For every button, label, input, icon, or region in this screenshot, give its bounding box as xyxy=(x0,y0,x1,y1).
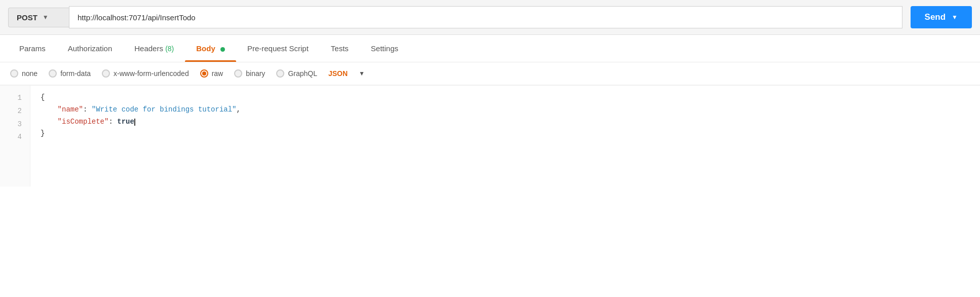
line-num-1: 1 xyxy=(0,92,30,105)
tab-params[interactable]: Params xyxy=(8,35,57,62)
code-line-1: { xyxy=(41,92,970,104)
line-num-3: 3 xyxy=(0,118,30,131)
headers-badge: (8) xyxy=(165,45,174,53)
radio-binary xyxy=(234,69,242,78)
body-type-graphql[interactable]: GraphQL xyxy=(276,69,317,78)
url-bar: POST ▼ Send ▼ xyxy=(0,0,980,35)
method-label: POST xyxy=(17,13,37,22)
url-input[interactable] xyxy=(69,6,902,28)
body-type-form-data[interactable]: form-data xyxy=(49,69,91,78)
tab-body[interactable]: Body xyxy=(185,35,236,62)
body-type-urlencoded[interactable]: x-www-form-urlencoded xyxy=(102,69,189,78)
tab-tests[interactable]: Tests xyxy=(320,35,360,62)
body-type-none[interactable]: none xyxy=(10,69,37,78)
body-type-raw[interactable]: raw xyxy=(200,69,223,78)
body-active-dot xyxy=(220,47,225,52)
code-line-4: } xyxy=(41,128,970,140)
method-chevron: ▼ xyxy=(43,14,49,21)
tab-headers[interactable]: Headers (8) xyxy=(123,35,185,62)
json-format-label[interactable]: JSON xyxy=(328,69,348,78)
send-chevron: ▼ xyxy=(952,14,958,21)
code-line-3: "isComplete": true xyxy=(41,116,970,128)
body-type-binary[interactable]: binary xyxy=(234,69,265,78)
tab-settings[interactable]: Settings xyxy=(360,35,409,62)
send-button[interactable]: Send ▼ xyxy=(911,6,972,28)
json-format-chevron[interactable]: ▼ xyxy=(359,70,365,77)
line-num-2: 2 xyxy=(0,105,30,118)
radio-none xyxy=(10,69,18,78)
tab-authorization[interactable]: Authorization xyxy=(57,35,124,62)
radio-urlencoded xyxy=(102,69,110,78)
request-tabs: Params Authorization Headers (8) Body Pr… xyxy=(0,35,980,62)
send-label: Send xyxy=(925,12,946,22)
radio-graphql xyxy=(276,69,284,78)
code-editor[interactable]: 1 2 3 4 { "name": "Write code for bindin… xyxy=(0,85,980,187)
method-selector[interactable]: POST ▼ xyxy=(8,8,69,27)
tab-pre-request-script[interactable]: Pre-request Script xyxy=(236,35,320,62)
line-num-4: 4 xyxy=(0,131,30,144)
line-numbers: 1 2 3 4 xyxy=(0,86,30,187)
radio-raw xyxy=(200,69,208,78)
code-line-2: "name": "Write code for bindings tutoria… xyxy=(41,104,970,116)
code-body[interactable]: { "name": "Write code for bindings tutor… xyxy=(30,86,980,187)
body-type-selector: none form-data x-www-form-urlencoded raw… xyxy=(0,62,980,85)
radio-form-data xyxy=(49,69,57,78)
